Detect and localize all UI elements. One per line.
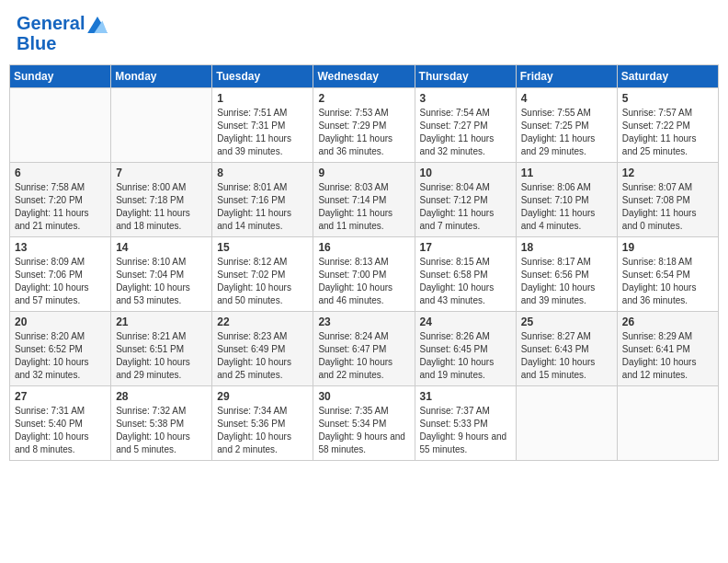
day-number: 28	[116, 390, 207, 403]
weekday-header-friday: Friday	[516, 65, 617, 88]
day-number: 9	[318, 167, 409, 179]
day-info: Sunrise: 7:51 AM Sunset: 7:31 PM Dayligh…	[217, 107, 308, 158]
day-info: Sunrise: 8:10 AM Sunset: 7:04 PM Dayligh…	[116, 256, 207, 307]
day-number: 16	[318, 241, 409, 254]
calendar-cell: 5Sunrise: 7:57 AM Sunset: 7:22 PM Daylig…	[617, 88, 718, 163]
day-info: Sunrise: 7:53 AM Sunset: 7:29 PM Dayligh…	[318, 107, 409, 158]
day-info: Sunrise: 8:06 AM Sunset: 7:10 PM Dayligh…	[521, 181, 612, 233]
calendar-cell: 8Sunrise: 8:01 AM Sunset: 7:16 PM Daylig…	[212, 163, 313, 237]
day-number: 6	[15, 167, 106, 179]
weekday-header-wednesday: Wednesday	[313, 65, 415, 88]
day-number: 24	[420, 316, 511, 328]
calendar-cell: 12Sunrise: 8:07 AM Sunset: 7:08 PM Dayli…	[617, 163, 718, 237]
day-info: Sunrise: 8:03 AM Sunset: 7:14 PM Dayligh…	[318, 181, 409, 233]
calendar-cell: 6Sunrise: 7:58 AM Sunset: 7:20 PM Daylig…	[10, 163, 111, 237]
calendar-cell: 22Sunrise: 8:23 AM Sunset: 6:49 PM Dayli…	[212, 312, 313, 386]
calendar-cell: 2Sunrise: 7:53 AM Sunset: 7:29 PM Daylig…	[313, 88, 415, 163]
calendar-cell: 11Sunrise: 8:06 AM Sunset: 7:10 PM Dayli…	[516, 163, 617, 237]
day-number: 17	[420, 241, 511, 254]
day-info: Sunrise: 7:54 AM Sunset: 7:27 PM Dayligh…	[420, 107, 511, 158]
day-number: 8	[217, 167, 308, 179]
page-header: GeneralBlue	[9, 9, 719, 57]
day-number: 26	[622, 316, 713, 328]
calendar-cell: 18Sunrise: 8:17 AM Sunset: 6:56 PM Dayli…	[516, 237, 617, 312]
day-number: 11	[521, 167, 612, 179]
day-number: 12	[622, 167, 713, 179]
calendar-cell: 7Sunrise: 8:00 AM Sunset: 7:18 PM Daylig…	[111, 163, 212, 237]
day-info: Sunrise: 8:21 AM Sunset: 6:51 PM Dayligh…	[116, 330, 207, 382]
calendar-cell: 26Sunrise: 8:29 AM Sunset: 6:41 PM Dayli…	[617, 312, 718, 386]
calendar-cell	[617, 386, 718, 461]
day-info: Sunrise: 8:23 AM Sunset: 6:49 PM Dayligh…	[217, 330, 308, 382]
day-info: Sunrise: 8:12 AM Sunset: 7:02 PM Dayligh…	[217, 256, 308, 307]
day-info: Sunrise: 7:31 AM Sunset: 5:40 PM Dayligh…	[15, 405, 106, 456]
day-info: Sunrise: 7:32 AM Sunset: 5:38 PM Dayligh…	[116, 405, 207, 456]
calendar-cell	[10, 88, 111, 163]
day-number: 14	[116, 241, 207, 254]
day-number: 27	[15, 390, 106, 403]
day-info: Sunrise: 7:55 AM Sunset: 7:25 PM Dayligh…	[521, 107, 612, 158]
calendar-cell: 20Sunrise: 8:20 AM Sunset: 6:52 PM Dayli…	[10, 312, 111, 386]
day-number: 29	[217, 390, 308, 403]
calendar-cell: 9Sunrise: 8:03 AM Sunset: 7:14 PM Daylig…	[313, 163, 415, 237]
calendar-cell: 14Sunrise: 8:10 AM Sunset: 7:04 PM Dayli…	[111, 237, 212, 312]
calendar-cell	[111, 88, 212, 163]
day-number: 13	[15, 241, 106, 254]
day-info: Sunrise: 8:15 AM Sunset: 6:58 PM Dayligh…	[420, 256, 511, 307]
day-info: Sunrise: 8:27 AM Sunset: 6:43 PM Dayligh…	[521, 330, 612, 382]
calendar-cell: 3Sunrise: 7:54 AM Sunset: 7:27 PM Daylig…	[415, 88, 516, 163]
day-info: Sunrise: 8:24 AM Sunset: 6:47 PM Dayligh…	[318, 330, 409, 382]
day-info: Sunrise: 8:04 AM Sunset: 7:12 PM Dayligh…	[420, 181, 511, 233]
weekday-header-sunday: Sunday	[10, 65, 111, 88]
calendar-cell: 27Sunrise: 7:31 AM Sunset: 5:40 PM Dayli…	[10, 386, 111, 461]
day-number: 19	[622, 241, 713, 254]
calendar-cell: 1Sunrise: 7:51 AM Sunset: 7:31 PM Daylig…	[212, 88, 313, 163]
day-info: Sunrise: 7:37 AM Sunset: 5:33 PM Dayligh…	[420, 405, 511, 456]
calendar-cell: 30Sunrise: 7:35 AM Sunset: 5:34 PM Dayli…	[313, 386, 415, 461]
calendar-cell: 24Sunrise: 8:26 AM Sunset: 6:45 PM Dayli…	[415, 312, 516, 386]
weekday-header-saturday: Saturday	[617, 65, 718, 88]
calendar-cell: 19Sunrise: 8:18 AM Sunset: 6:54 PM Dayli…	[617, 237, 718, 312]
calendar-cell: 28Sunrise: 7:32 AM Sunset: 5:38 PM Dayli…	[111, 386, 212, 461]
logo: GeneralBlue	[17, 13, 108, 53]
day-info: Sunrise: 8:00 AM Sunset: 7:18 PM Dayligh…	[116, 181, 207, 233]
day-info: Sunrise: 7:58 AM Sunset: 7:20 PM Dayligh…	[15, 181, 106, 233]
day-number: 21	[116, 316, 207, 328]
calendar-cell: 13Sunrise: 8:09 AM Sunset: 7:06 PM Dayli…	[10, 237, 111, 312]
day-number: 25	[521, 316, 612, 328]
calendar-cell: 23Sunrise: 8:24 AM Sunset: 6:47 PM Dayli…	[313, 312, 415, 386]
day-info: Sunrise: 8:07 AM Sunset: 7:08 PM Dayligh…	[622, 181, 713, 233]
weekday-header-tuesday: Tuesday	[212, 65, 313, 88]
day-info: Sunrise: 8:20 AM Sunset: 6:52 PM Dayligh…	[15, 330, 106, 382]
weekday-header-thursday: Thursday	[415, 65, 516, 88]
day-number: 1	[217, 92, 308, 105]
calendar-cell: 15Sunrise: 8:12 AM Sunset: 7:02 PM Dayli…	[212, 237, 313, 312]
day-number: 10	[420, 167, 511, 179]
day-info: Sunrise: 8:17 AM Sunset: 6:56 PM Dayligh…	[521, 256, 612, 307]
calendar-cell: 31Sunrise: 7:37 AM Sunset: 5:33 PM Dayli…	[415, 386, 516, 461]
day-info: Sunrise: 8:09 AM Sunset: 7:06 PM Dayligh…	[15, 256, 106, 307]
calendar-table: SundayMondayTuesdayWednesdayThursdayFrid…	[9, 64, 719, 461]
day-number: 22	[217, 316, 308, 328]
day-number: 23	[318, 316, 409, 328]
day-number: 2	[318, 92, 409, 105]
calendar-cell: 4Sunrise: 7:55 AM Sunset: 7:25 PM Daylig…	[516, 88, 617, 163]
day-number: 5	[622, 92, 713, 105]
day-number: 3	[420, 92, 511, 105]
day-info: Sunrise: 8:29 AM Sunset: 6:41 PM Dayligh…	[622, 330, 713, 382]
day-info: Sunrise: 7:35 AM Sunset: 5:34 PM Dayligh…	[318, 405, 409, 456]
day-number: 31	[420, 390, 511, 403]
day-number: 18	[521, 241, 612, 254]
weekday-header-monday: Monday	[111, 65, 212, 88]
day-info: Sunrise: 7:57 AM Sunset: 7:22 PM Dayligh…	[622, 107, 713, 158]
calendar-cell	[516, 386, 617, 461]
calendar-cell: 17Sunrise: 8:15 AM Sunset: 6:58 PM Dayli…	[415, 237, 516, 312]
day-info: Sunrise: 7:34 AM Sunset: 5:36 PM Dayligh…	[217, 405, 308, 456]
day-number: 7	[116, 167, 207, 179]
day-number: 30	[318, 390, 409, 403]
calendar-cell: 21Sunrise: 8:21 AM Sunset: 6:51 PM Dayli…	[111, 312, 212, 386]
day-info: Sunrise: 8:13 AM Sunset: 7:00 PM Dayligh…	[318, 256, 409, 307]
day-number: 4	[521, 92, 612, 105]
calendar-cell: 29Sunrise: 7:34 AM Sunset: 5:36 PM Dayli…	[212, 386, 313, 461]
day-info: Sunrise: 8:18 AM Sunset: 6:54 PM Dayligh…	[622, 256, 713, 307]
